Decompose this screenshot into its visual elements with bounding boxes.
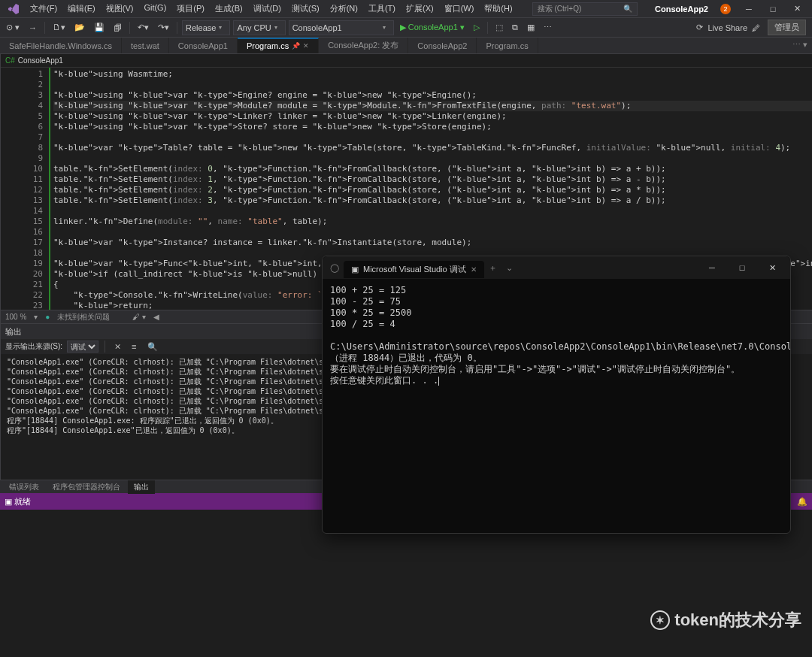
terminal-output[interactable]: 100 + 25 = 125 100 - 25 = 75 100 * 25 = … [323,279,790,533]
output-clear-icon[interactable]: ⨯ [111,341,124,353]
bottom-tab[interactable]: 程序包管理器控制台 [47,480,126,494]
issues-ok-icon: ● [45,313,50,321]
file-tab[interactable]: Program.cs [477,38,538,53]
admin-badge: 管理员 [768,20,806,35]
menu-item[interactable]: 窗口(W) [440,1,479,17]
status-icon: ▣ [5,497,12,507]
redo-icon[interactable]: ↷▾ [155,21,172,34]
main-toolbar: ⊙ ▾ → 🗋▾ 📂 💾 🗐 ↶▾ ↷▾ Release▾ Any CPU▾ C… [0,18,812,38]
output-find-icon[interactable]: 🔍 [144,341,161,353]
new-tab-icon[interactable]: ＋ [484,259,501,277]
platform-combo[interactable]: Any CPU▾ [233,20,285,35]
save-icon[interactable]: 💾 [91,21,108,34]
term-maximize-button[interactable]: □ [727,256,757,279]
zoom-chev-icon[interactable]: ▾ [34,313,38,321]
undo-icon[interactable]: ↶▾ [135,21,152,34]
run-button[interactable]: ▶ ConsoleApp1 ▾ [397,21,468,34]
file-tab[interactable]: ConsoleApp1 [169,38,238,53]
menu-item[interactable]: 项目(P) [172,1,209,17]
output-source-label: 显示输出来源(S): [5,341,62,352]
issues-text[interactable]: 未找到相关问题 [57,312,110,322]
notification-badge[interactable]: 2 [720,4,731,14]
toolbar-icon-4[interactable]: ⋯ [541,21,555,34]
output-source-combo[interactable]: 调试 [67,341,98,353]
bottom-tab[interactable]: 输出 [128,480,155,494]
nav-fwd-icon[interactable]: → [26,22,40,34]
terminal-app-icon: ◯ [326,263,344,273]
close-button[interactable]: ✕ [785,0,809,18]
scroll-left-icon[interactable]: ◀ [153,313,159,321]
startup-project-combo[interactable]: ConsoleApp1▾ [289,20,394,35]
minimize-button[interactable]: ─ [737,0,761,18]
run-no-debug-icon[interactable]: ▷ [471,21,483,34]
live-share[interactable]: ⟳ Live Share 🖉 管理员 [696,20,809,35]
tab-dropdown-icon[interactable]: ⌄ [501,260,517,276]
toolbar-icon-2[interactable]: ⧉ [509,21,521,34]
save-all-icon[interactable]: 🗐 [111,22,125,34]
menu-item[interactable]: Git(G) [139,1,171,17]
menu-item[interactable]: 分析(N) [326,1,362,17]
global-search[interactable]: 搜索 (Ctrl+Q) 🔍 [532,2,638,16]
title-bar: 文件(F)编辑(E)视图(V)Git(G)项目(P)生成(B)调试(D)测试(S… [0,0,812,18]
config-combo[interactable]: Release▾ [182,20,230,35]
editor-breadcrumb[interactable]: C# ConsoleApp1 ▾ ▾ [1,54,812,68]
open-icon[interactable]: 📂 [71,21,88,34]
menu-item[interactable]: 文件(F) [26,1,62,17]
menu-item[interactable]: 视图(V) [102,1,138,17]
zoom-level[interactable]: 100 % [5,313,26,321]
output-wrap-icon[interactable]: ≡ [129,341,139,353]
menu-item[interactable]: 编辑(E) [63,1,100,17]
debug-console-window[interactable]: ◯ ▣ Microsoft Visual Studio 调试 ✕ ＋ ⌄ ─ □… [322,256,791,534]
menu-item[interactable]: 扩展(X) [401,1,438,17]
glyph-margin[interactable] [1,68,22,310]
file-tab[interactable]: SafeFileHandle.Windows.cs [0,38,122,53]
document-tabs: SafeFileHandle.Windows.cstest.watConsole… [0,38,812,54]
file-tab[interactable]: ConsoleApp2 [408,38,477,53]
menu-item[interactable]: 调试(D) [249,1,286,17]
term-minimize-button[interactable]: ─ [697,256,727,279]
window-buttons: ─ □ ✕ [737,0,809,18]
toolbar-icon-3[interactable]: ▦ [524,21,538,34]
csharp-icon: C# [5,56,15,65]
tab-overflow-icon[interactable]: ⋯ ▾ [788,38,812,53]
feedback-icon[interactable]: 🖉 [752,23,760,32]
line-numbers: 1234567891011121314151617181920212223242… [22,68,49,310]
file-tab[interactable]: Program.cs📌✕ [238,38,319,53]
maximize-button[interactable]: □ [761,0,785,18]
status-ready: 就绪 [14,496,31,507]
app-title: ConsoleApp2 [655,5,708,14]
menu-item[interactable]: 测试(S) [287,1,324,17]
tab-close-icon[interactable]: ✕ [471,265,477,274]
nav-back-icon[interactable]: ⊙ ▾ [3,21,23,34]
toolbar-icon-1[interactable]: ⬚ [492,21,506,34]
menu-item[interactable]: 工具(T) [364,1,400,17]
pin-icon[interactable]: 📌 [292,42,300,50]
menu-item[interactable]: 帮助(H) [480,1,517,17]
watermark: ✶ token的技术分享 [650,609,801,631]
vs-logo-icon [8,2,21,16]
file-tab[interactable]: ConsoleApp2: 发布 [319,38,408,53]
search-icon: 🔍 [623,5,632,13]
brush-icon[interactable]: 🖌 ▾ [132,313,146,321]
bell-icon[interactable]: 🔔 [797,497,807,507]
terminal-tab[interactable]: ▣ Microsoft Visual Studio 调试 ✕ [344,261,484,278]
main-menu: 文件(F)编辑(E)视图(V)Git(G)项目(P)生成(B)调试(D)测试(S… [26,1,517,17]
term-close-button[interactable]: ✕ [757,256,787,279]
cmd-icon: ▣ [351,265,359,274]
wechat-icon: ✶ [650,610,670,630]
menu-item[interactable]: 生成(B) [211,1,247,17]
search-placeholder: 搜索 (Ctrl+Q) [538,4,582,14]
close-icon[interactable]: ✕ [303,42,309,50]
live-share-icon: ⟳ [696,23,703,32]
terminal-titlebar[interactable]: ◯ ▣ Microsoft Visual Studio 调试 ✕ ＋ ⌄ ─ □… [323,256,790,279]
file-tab[interactable]: test.wat [122,38,169,53]
new-item-icon[interactable]: 🗋▾ [50,21,68,34]
bottom-tab[interactable]: 错误列表 [3,480,45,494]
